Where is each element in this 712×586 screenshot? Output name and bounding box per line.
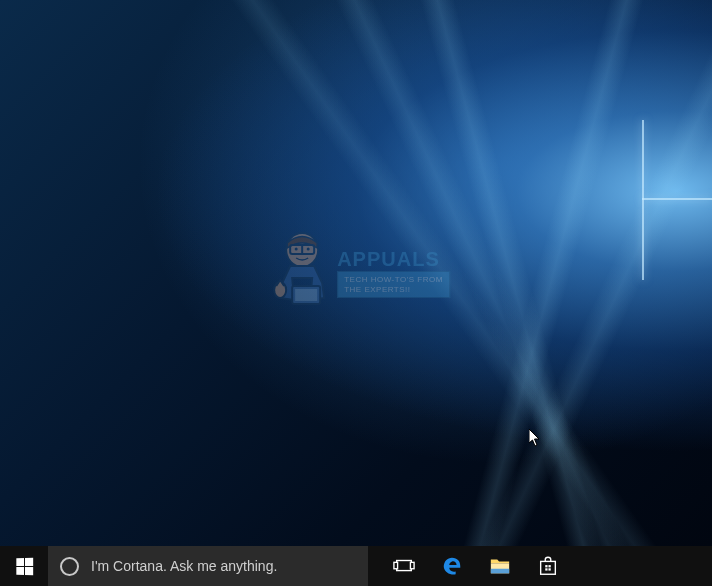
svg-rect-12 — [491, 569, 509, 574]
folder-icon — [489, 555, 511, 577]
svg-rect-17 — [548, 568, 550, 570]
svg-rect-10 — [410, 562, 414, 568]
store-bag-icon — [537, 555, 559, 577]
edge-icon — [441, 555, 463, 577]
svg-rect-14 — [545, 565, 547, 567]
watermark-subtitle: TECH HOW-TO'S FROM THE EXPERTS!! — [337, 271, 450, 298]
watermark-title: APPUALS — [337, 248, 450, 271]
svg-rect-16 — [545, 568, 547, 570]
svg-rect-8 — [397, 561, 412, 571]
cortana-circle-icon — [60, 557, 79, 576]
svg-rect-15 — [548, 565, 550, 567]
mouse-cursor-icon — [529, 429, 541, 447]
file-explorer-button[interactable] — [476, 546, 524, 586]
svg-rect-13 — [541, 561, 556, 574]
start-button[interactable] — [0, 546, 48, 586]
task-view-icon — [393, 555, 415, 577]
svg-point-4 — [307, 248, 310, 251]
cartoon-character-icon — [262, 228, 342, 318]
desktop-wallpaper[interactable]: APPUALS TECH HOW-TO'S FROM THE EXPERTS!! — [0, 0, 712, 546]
store-button[interactable] — [524, 546, 572, 586]
task-view-button[interactable] — [380, 546, 428, 586]
windows-logo-icon — [16, 557, 33, 575]
cortana-search-box[interactable] — [48, 546, 368, 586]
taskbar — [0, 546, 712, 586]
svg-rect-6 — [295, 289, 317, 301]
cortana-search-input[interactable] — [91, 558, 356, 574]
svg-rect-9 — [394, 562, 398, 568]
watermark-logo: APPUALS TECH HOW-TO'S FROM THE EXPERTS!! — [262, 228, 450, 318]
window-light-frame — [642, 120, 712, 280]
edge-browser-button[interactable] — [428, 546, 476, 586]
svg-point-3 — [295, 248, 298, 251]
watermark-text: APPUALS TECH HOW-TO'S FROM THE EXPERTS!! — [337, 248, 450, 298]
